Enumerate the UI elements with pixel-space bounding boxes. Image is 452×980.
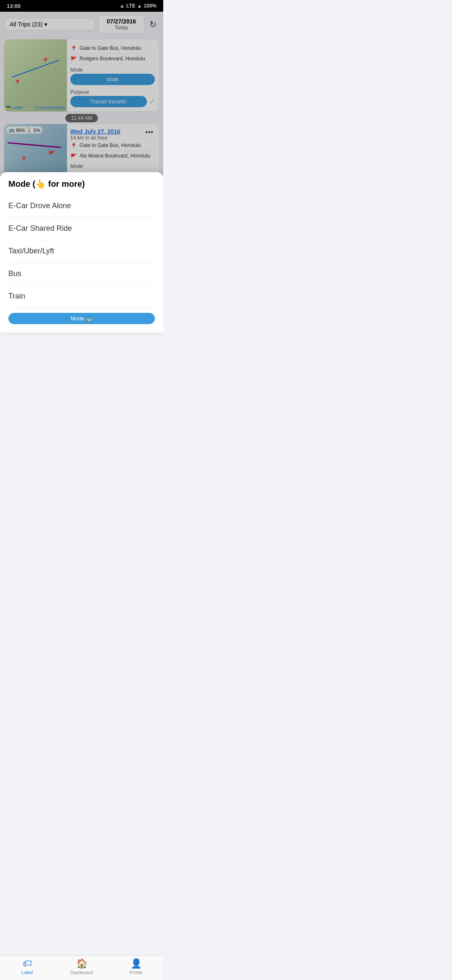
purpose-row-1: Transit transfer ✓ <box>70 96 155 107</box>
walk-percent: 5% <box>33 128 40 133</box>
mode-button-1[interactable]: Walk <box>70 74 155 85</box>
mode-label-1: Mode <box>70 67 155 73</box>
leaflet-credit: 🇺🇦 Leaflet <box>6 106 23 110</box>
location-pin-icon: 📍 <box>70 46 77 52</box>
mode-dropdown-overlay: Mode (👆 for more) E-Car Drove Alone E-Ca… <box>0 172 163 333</box>
osm-credit: © OpenStreetMap <box>35 106 65 110</box>
map-pin-start-1: 📍 <box>14 79 21 86</box>
mode-option-ecar-shared[interactable]: E-Car Shared Ride <box>8 217 155 240</box>
purpose-button-1[interactable]: Transit transfer <box>70 96 147 107</box>
more-button-2[interactable]: ••• <box>144 128 155 137</box>
purpose-label-1: Purpose <box>70 89 155 95</box>
date-picker-button[interactable]: 07/27/2016 Today <box>98 15 144 34</box>
mode-overlay-title: Mode (👆 for more) <box>8 179 155 189</box>
time-badge-1: 11:44 AM <box>0 114 163 121</box>
map-pin-end-1: 📍 <box>42 57 49 64</box>
start-location-2: 📍 Gate to Gate Bus, Honolulu <box>70 142 155 151</box>
today-label: Today <box>115 25 128 31</box>
map-pin-start-2: 📍 <box>20 156 27 163</box>
card-1-info: 📍 Gate to Gate Bus, Honolulu 🚩 Rodgers B… <box>67 39 159 111</box>
start-location-text-2: Gate to Gate Bus, Honolulu <box>80 142 141 148</box>
map-pin-end-2: 🚩 <box>48 150 55 157</box>
status-bar: 13:00 ▲ LTE ▲ 100% <box>0 0 163 12</box>
map-thumbnail-1[interactable]: 📍 📍 🇺🇦 Leaflet © OpenStreetMap <box>4 39 67 111</box>
signal-icon: ▲ <box>137 3 142 9</box>
bus-percent: 95% <box>16 128 25 133</box>
flag-icon-2: 🚩 <box>70 153 77 160</box>
walk-icon-badge: 🚶 <box>26 127 32 133</box>
wifi-icon: ▲ <box>120 3 125 9</box>
trip-card-1: 📍 📍 🇺🇦 Leaflet © OpenStreetMap 📍 Gate to… <box>4 39 159 111</box>
date-value: 07/27/2016 <box>107 18 136 25</box>
status-time: 13:00 <box>7 3 21 9</box>
flag-icon-1: 🚩 <box>70 56 77 62</box>
battery-label: 100% <box>144 3 157 9</box>
start-location-text-1: Gate to Gate Bus, Honolulu <box>80 45 141 51</box>
end-location-text-1: Rodgers Boulevard, Honolulu <box>80 56 145 62</box>
trip-distance-2: 14 km in an hour <box>70 135 121 141</box>
toolbar: All Trips (23) ▾ 07/27/2016 Today ↻ <box>0 12 163 37</box>
bus-icon-badge: 🚌 <box>9 127 15 133</box>
trips-dropdown[interactable]: All Trips (23) ▾ <box>5 18 95 31</box>
refresh-button[interactable]: ↻ <box>148 18 158 31</box>
mode-option-ecar-drove[interactable]: E-Car Drove Alone <box>8 195 155 217</box>
start-location-1: 📍 Gate to Gate Bus, Honolulu <box>70 45 155 54</box>
mode-label-2: Mode <box>70 163 155 169</box>
end-location-2: 🚩 Ala Moana Boulevard, Honolulu <box>70 153 155 162</box>
card-2-header: Wed July 27, 2016 14 km in an hour ••• <box>70 128 155 141</box>
chevron-down-icon: ▾ <box>44 21 47 28</box>
status-indicators: ▲ LTE ▲ 100% <box>120 3 157 9</box>
end-location-text-2: Ala Moana Boulevard, Honolulu <box>80 153 150 159</box>
trips-label: All Trips (23) <box>10 21 43 28</box>
mode-confirm-button[interactable]: Mode 🚌 <box>8 313 155 324</box>
lte-label: LTE <box>126 3 136 9</box>
mode-option-taxi[interactable]: Taxi/Uber/Lyft <box>8 240 155 263</box>
end-location-1: 🚩 Rodgers Boulevard, Honolulu <box>70 56 155 64</box>
trip-date-2[interactable]: Wed July 27, 2016 <box>70 128 121 135</box>
mode-option-bus[interactable]: Bus <box>8 263 155 285</box>
mode-option-train[interactable]: Train <box>8 285 155 308</box>
check-icon-1: ✓ <box>149 98 155 106</box>
mode-badge-2: 🚌 95% 🚶 5% <box>7 126 42 134</box>
mode-title-text: Mode (👆 for more) <box>8 179 85 189</box>
location-pin-icon-2: 📍 <box>70 143 77 149</box>
